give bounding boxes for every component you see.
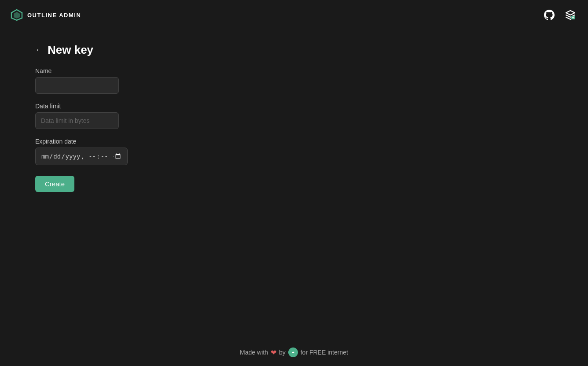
for-free-text: for FREE internet	[301, 349, 348, 356]
logo-text: OUTLINE ADMIN	[27, 12, 81, 18]
name-label: Name	[35, 67, 553, 74]
main-content: ← New key Name Data limit Expiration dat…	[0, 30, 588, 205]
expiration-label: Expiration date	[35, 138, 553, 145]
logo-area: OUTLINE ADMIN	[11, 9, 81, 21]
page-title: New key	[48, 43, 93, 57]
outline-icon	[565, 10, 576, 20]
new-key-form: Name Data limit Expiration date Create	[35, 67, 553, 192]
back-button[interactable]: ←	[35, 45, 43, 55]
data-limit-input[interactable]	[35, 112, 119, 129]
name-group: Name	[35, 67, 553, 94]
expiration-input[interactable]	[35, 148, 128, 165]
header-icons	[542, 8, 577, 22]
data-limit-label: Data limit	[35, 103, 553, 110]
logo-icon	[11, 9, 23, 21]
heart-icon: ❤	[271, 348, 276, 357]
github-button[interactable]	[542, 8, 556, 22]
back-navigation: ← New key	[35, 43, 553, 57]
header: OUTLINE ADMIN	[0, 0, 588, 30]
github-icon	[544, 10, 555, 20]
create-button[interactable]: Create	[35, 176, 74, 192]
data-limit-group: Data limit	[35, 103, 553, 129]
expiration-group: Expiration date	[35, 138, 553, 165]
made-with-text: Made with	[240, 349, 268, 356]
svg-marker-1	[14, 12, 20, 18]
outline-footer-logo	[288, 348, 298, 357]
name-input[interactable]	[35, 77, 119, 94]
footer: Made with ❤ by for FREE internet	[0, 348, 588, 357]
outline-button[interactable]	[563, 8, 577, 22]
by-text: by	[279, 349, 286, 356]
